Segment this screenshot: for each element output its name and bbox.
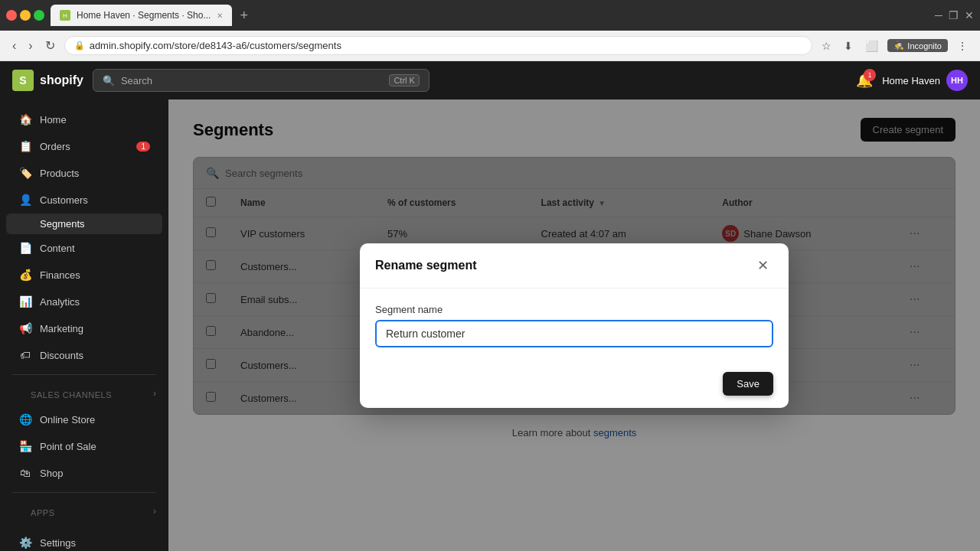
sales-channels-label: Sales channels bbox=[12, 384, 130, 403]
reload-button[interactable]: ↻ bbox=[42, 35, 58, 56]
download-btn[interactable]: ⬇ bbox=[841, 37, 856, 55]
settings-icon: ⚙️ bbox=[18, 536, 32, 549]
app-container: S shopify 🔍 Search Ctrl K 🔔 1 Home Haven… bbox=[0, 61, 980, 551]
tab-close-btn[interactable]: ✕ bbox=[217, 11, 223, 20]
products-icon: 🏷️ bbox=[18, 166, 32, 180]
rename-segment-modal: Rename segment ✕ Segment name Save bbox=[360, 243, 789, 408]
modal-footer: Save bbox=[360, 363, 789, 408]
browser-window-controls bbox=[6, 10, 44, 21]
topnav-search[interactable]: 🔍 Search Ctrl K bbox=[93, 69, 430, 92]
new-tab-button[interactable]: + bbox=[235, 8, 253, 24]
sidebar-label-customers: Customers bbox=[40, 194, 88, 206]
modal-close-button[interactable]: ✕ bbox=[753, 256, 773, 276]
sidebar-item-online-store[interactable]: 🌐 Online Store bbox=[6, 406, 162, 432]
main-area: 🏠 Home 📋 Orders 1 🏷️ Products 👤 Customer… bbox=[0, 99, 980, 551]
sidebar: 🏠 Home 📋 Orders 1 🏷️ Products 👤 Customer… bbox=[0, 99, 168, 551]
more-options-btn[interactable]: ⋮ bbox=[954, 37, 971, 55]
window-close-icon[interactable]: ✕ bbox=[965, 9, 974, 21]
window-maximize-icon[interactable]: ❐ bbox=[949, 9, 959, 21]
analytics-icon: 📊 bbox=[18, 295, 32, 308]
sidebar-item-products[interactable]: 🏷️ Products bbox=[6, 160, 162, 186]
save-button[interactable]: Save bbox=[723, 372, 773, 396]
content-area: Segments Create segment 🔍 bbox=[168, 99, 980, 551]
shopify-logo-text: shopify bbox=[40, 73, 83, 87]
window-minimize-icon[interactable]: ─ bbox=[935, 9, 942, 21]
discounts-icon: 🏷 bbox=[18, 348, 32, 362]
sidebar-item-finances[interactable]: 💰 Finances bbox=[6, 262, 162, 288]
topnav-right: 🔔 1 Home Haven HH bbox=[856, 70, 968, 91]
browser-minimize-btn[interactable] bbox=[20, 10, 31, 21]
search-placeholder-text: Search bbox=[121, 75, 152, 86]
shop-icon: 🛍 bbox=[18, 466, 32, 480]
notification-badge: 1 bbox=[864, 69, 876, 81]
active-tab[interactable]: H Home Haven · Segments · Sho... ✕ bbox=[51, 5, 232, 26]
store-name-text: Home Haven bbox=[882, 75, 940, 86]
address-bar[interactable]: 🔒 admin.shopify.com/store/de8143-a6/cust… bbox=[64, 36, 813, 55]
sidebar-item-customers[interactable]: 👤 Customers bbox=[6, 187, 162, 213]
sidebar-item-analytics[interactable]: 📊 Analytics bbox=[6, 289, 162, 315]
lock-icon: 🔒 bbox=[74, 41, 85, 51]
forward-button[interactable]: › bbox=[25, 36, 35, 56]
sidebar-label-marketing: Marketing bbox=[40, 323, 83, 334]
store-avatar: HH bbox=[946, 70, 968, 91]
sidebar-item-orders[interactable]: 📋 Orders 1 bbox=[6, 133, 162, 159]
sidebar-label-finances: Finances bbox=[40, 269, 80, 281]
sidebar-label-orders: Orders bbox=[40, 141, 70, 152]
browser-maximize-btn[interactable] bbox=[34, 10, 44, 21]
orders-badge: 1 bbox=[136, 142, 150, 152]
sales-channels-section: Sales channels › bbox=[0, 381, 168, 406]
sidebar-item-settings[interactable]: ⚙️ Settings bbox=[6, 530, 162, 551]
tab-favicon: H bbox=[60, 10, 70, 21]
point-of-sale-icon: 🏪 bbox=[18, 439, 32, 453]
sidebar-item-content[interactable]: 📄 Content bbox=[6, 235, 162, 261]
store-name-badge[interactable]: Home Haven HH bbox=[882, 70, 968, 91]
notification-button[interactable]: 🔔 1 bbox=[856, 72, 873, 89]
sidebar-item-shop[interactable]: 🛍 Shop bbox=[6, 460, 162, 486]
segment-name-input[interactable] bbox=[375, 320, 773, 347]
segment-name-label: Segment name bbox=[375, 304, 773, 315]
apps-expand-btn[interactable]: › bbox=[153, 506, 156, 517]
sidebar-label-products: Products bbox=[40, 168, 79, 179]
shopify-logo-icon: S bbox=[12, 70, 34, 91]
sidebar-label-analytics: Analytics bbox=[40, 296, 80, 308]
modal-header: Rename segment ✕ bbox=[360, 243, 789, 289]
tab-title: Home Haven · Segments · Sho... bbox=[77, 10, 211, 21]
sidebar-item-segments[interactable]: Segments bbox=[6, 214, 162, 234]
sidebar-label-content: Content bbox=[40, 243, 75, 254]
sales-channels-expand-btn[interactable]: › bbox=[153, 388, 156, 399]
online-store-icon: 🌐 bbox=[18, 412, 32, 426]
sidebar-label-settings: Settings bbox=[40, 537, 76, 549]
incognito-icon: 🕵 bbox=[893, 41, 904, 51]
shopify-topnav: S shopify 🔍 Search Ctrl K 🔔 1 Home Haven… bbox=[0, 61, 980, 99]
sidebar-label-point-of-sale: Point of Sale bbox=[40, 441, 96, 452]
search-shortcut: Ctrl K bbox=[389, 74, 420, 86]
customers-icon: 👤 bbox=[18, 193, 32, 207]
sidebar-label-segments: Segments bbox=[40, 218, 85, 230]
sidebar-label-shop: Shop bbox=[40, 468, 63, 479]
sidebar-item-point-of-sale[interactable]: 🏪 Point of Sale bbox=[6, 433, 162, 459]
browser-min-max-close: ─ ❐ ✕ bbox=[935, 9, 974, 21]
search-icon: 🔍 bbox=[103, 75, 115, 86]
incognito-badge: 🕵 Incognito bbox=[887, 39, 948, 52]
back-button[interactable]: ‹ bbox=[9, 36, 19, 56]
browser-close-btn[interactable] bbox=[6, 10, 17, 21]
url-text: admin.shopify.com/store/de8143-a6/custom… bbox=[90, 40, 803, 51]
orders-icon: 📋 bbox=[18, 139, 32, 153]
modal-overlay: Rename segment ✕ Segment name Save bbox=[168, 99, 980, 551]
sidebar-label-discounts: Discounts bbox=[40, 350, 83, 361]
home-icon: 🏠 bbox=[18, 112, 32, 126]
apps-section: Apps › bbox=[0, 499, 168, 523]
apps-label: Apps bbox=[12, 502, 74, 520]
bookmark-btn[interactable]: ☆ bbox=[818, 37, 835, 55]
sidebar-label-online-store: Online Store bbox=[40, 414, 95, 425]
sidebar-item-home[interactable]: 🏠 Home bbox=[6, 106, 162, 132]
sidebar-item-marketing[interactable]: 📢 Marketing bbox=[6, 315, 162, 341]
sidebar-divider-1 bbox=[12, 374, 156, 375]
address-bar-actions: ☆ ⬇ ⬜ 🕵 Incognito ⋮ bbox=[818, 37, 971, 55]
incognito-label: Incognito bbox=[907, 41, 942, 51]
finances-icon: 💰 bbox=[18, 268, 32, 282]
extension-btn[interactable]: ⬜ bbox=[862, 37, 881, 55]
shopify-logo: S shopify bbox=[12, 70, 83, 91]
modal-title: Rename segment bbox=[375, 259, 477, 272]
sidebar-item-discounts[interactable]: 🏷 Discounts bbox=[6, 342, 162, 368]
